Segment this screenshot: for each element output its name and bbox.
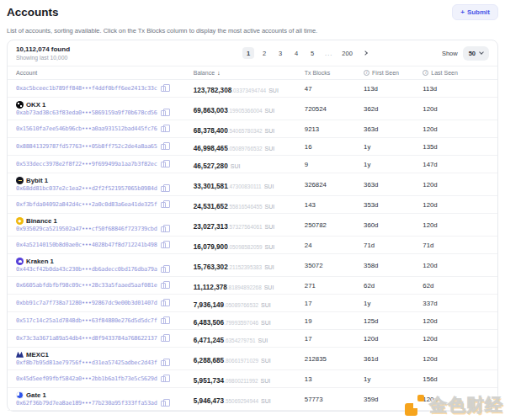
table-row[interactable]: MEXC1 0xf8b7b95d81ae79756f•••d31ea57425a…: [8, 348, 497, 370]
account-address-link[interactable]: 0x443cf42b0da43c230b•••db6adecc0bd176dba…: [16, 266, 157, 273]
balance-cell: 6,483,506.79993597046SUI: [194, 313, 305, 328]
account-cell: OKX 1 0xab73ad38c63f83eda0•••5869159a9f7…: [16, 101, 194, 117]
copy-icon[interactable]: [161, 144, 166, 150]
page-size-dropdown[interactable]: 50: [463, 46, 489, 61]
account-address-link[interactable]: 0x62f36b79d7ea8ae189•••77b230a95f333ffa5…: [16, 400, 157, 407]
copy-icon[interactable]: [161, 242, 166, 248]
table-row[interactable]: OKX 1 0xab73ad38c63f83eda0•••5869159a9f7…: [8, 98, 497, 120]
copy-icon[interactable]: [161, 86, 166, 92]
copy-icon[interactable]: [161, 162, 166, 167]
stats-bar: 10,112,074 found Showing last 10,000 1 2…: [8, 40, 497, 66]
copy-icon[interactable]: [161, 336, 166, 342]
tx-blocks-cell: 212835: [305, 355, 364, 363]
copy-icon[interactable]: [161, 401, 166, 407]
account-address-link[interactable]: 0x88841329787fd57763•••05b8ff752c2de4a8a…: [16, 143, 157, 150]
account-cell: 0xac5bceec1b789ff848•••f4ddf0bff6ee2413c…: [16, 85, 194, 92]
tx-blocks-cell: 250782: [305, 221, 364, 229]
account-address-row: 0x73c3a3671a89a54db4•••d8f9433784a768622…: [16, 335, 194, 342]
account-address-link[interactable]: 0xf8b7b95d81ae79756f•••d31ea57425adbec2d…: [16, 359, 157, 366]
account-address-link[interactable]: 0xac5bceec1b789ff848•••f4ddf0bff6ee2413c…: [16, 85, 157, 92]
table-row[interactable]: 0x517c14c25a1d7848db•••63f84880e276d5d5d…: [8, 312, 497, 330]
pagination-page[interactable]: 5: [306, 47, 318, 59]
copy-icon[interactable]: [161, 226, 166, 232]
table-row[interactable]: Binance 1 0x935029ca5219502a47•••cf50f68…: [8, 214, 497, 237]
first-seen-cell: 1y: [364, 375, 423, 383]
account-address-link[interactable]: 0x68dd81bc037e2c1ea2•••d2f2f521957065b09…: [16, 185, 157, 192]
balance-unit: SUI: [265, 146, 275, 152]
first-seen-column-header: i First Seen: [364, 70, 423, 76]
tx-blocks-cell: 13: [305, 375, 364, 383]
first-seen-cell: 360d: [364, 221, 423, 229]
account-cell: 0x45d5eef09fbf5842a0•••2bb1b6a1fb73e5c56…: [16, 375, 194, 382]
results-summary: 10,112,074 found Showing last 10,000: [16, 45, 172, 61]
copy-icon[interactable]: [161, 300, 166, 306]
account-address-link[interactable]: 0xab73ad38c63f83eda0•••5869159a9f70b678c…: [16, 109, 157, 116]
table-row[interactable]: 0x15610fa7ee546b96cb•••a0aa931512bad445f…: [8, 120, 497, 138]
last-seen-cell: 135d: [423, 143, 489, 151]
pagination-page[interactable]: 2: [258, 47, 270, 59]
first-seen-cell: 361d: [364, 355, 423, 363]
account-address-link[interactable]: 0x517c14c25a1d7848db•••63f84880e276d5d5d…: [16, 317, 157, 324]
tx-blocks-cell: 271: [305, 282, 364, 290]
copy-icon[interactable]: [161, 126, 166, 132]
balance-column-header[interactable]: Balance ↓: [194, 69, 305, 77]
exchange-icon: [16, 351, 24, 359]
account-address-link[interactable]: 0x45d5eef09fbf5842a0•••2bb1b6a1fb73e5c56…: [16, 375, 157, 382]
copy-icon[interactable]: [161, 186, 166, 192]
account-address-row: 0xbb91c7a7f738a71280•••92867dc9e00b3d014…: [16, 300, 194, 306]
tx-blocks-cell: 17: [305, 300, 364, 307]
pagination-page[interactable]: 4: [290, 47, 302, 59]
copy-icon[interactable]: [161, 267, 166, 273]
last-seen-cell: 120d: [423, 317, 489, 325]
account-cell: Bybit 1 0x68dd81bc037e2c1ea2•••d2f2f5219…: [16, 177, 194, 193]
account-address-link[interactable]: 0x6605abfdbfbf98c09c•••28c33a5faaed5aaf0…: [16, 282, 157, 289]
pagination-page[interactable]: 3: [274, 47, 286, 59]
exchange-name: Kraken 1: [26, 258, 54, 265]
submit-button[interactable]: + Submit: [452, 4, 498, 20]
sort-desc-icon[interactable]: ↓: [217, 69, 221, 77]
copy-icon[interactable]: [161, 110, 166, 116]
table-row[interactable]: 0x88841329787fd57763•••05b8ff752c2de4a8a…: [8, 138, 497, 156]
table-row[interactable]: Bybit 1 0x68dd81bc037e2c1ea2•••d2f2f5219…: [8, 173, 497, 196]
copy-icon[interactable]: [161, 376, 166, 382]
account-label: MEXC1: [16, 351, 194, 359]
account-address-link[interactable]: 0xf3bfda04092a842d4c•••2a0c0d83a6ea41de3…: [16, 201, 157, 208]
table-row[interactable]: 0x4a52140150b8d0ae0c•••4028b47f8d712241b…: [8, 237, 497, 254]
copy-icon[interactable]: [161, 202, 166, 208]
tx-blocks-column-header[interactable]: Tx Blocks: [305, 70, 364, 76]
copy-icon[interactable]: [161, 318, 166, 324]
account-address-link[interactable]: 0x935029ca5219502a47•••cf50f68846f723739…: [16, 226, 157, 232]
balance-integer: 68,378,400: [194, 127, 228, 135]
table-row[interactable]: Kraken 1 0x443cf42b0da43c230b•••db6adecc…: [8, 254, 497, 277]
balance-cell: 46,998,465.05089766532SUI: [194, 139, 305, 154]
exchange-icon: [16, 258, 24, 265]
table-row[interactable]: 0xf3bfda04092a842d4c•••2a0c0d83a6ea41de3…: [8, 196, 497, 214]
account-address-link[interactable]: 0x73c3a3671a89a54db4•••d8f9433784a768622…: [16, 335, 157, 342]
table-row[interactable]: 0xac5bceec1b789ff848•••f4ddf0bff6ee2413c…: [8, 80, 497, 98]
account-address-link[interactable]: 0x4a52140150b8d0ae0c•••4028b47f8d712241b…: [16, 242, 157, 248]
table-row[interactable]: Gate 1 0x62f36b79d7ea8ae189•••77b230a95f…: [8, 388, 497, 411]
info-icon[interactable]: i: [423, 70, 428, 76]
table-row[interactable]: 0x6605abfdbfbf98c09c•••28c33a5faaed5aaf0…: [8, 277, 497, 295]
pagination-last-page[interactable]: 200: [339, 47, 355, 59]
last-seen-cell: 120d: [423, 221, 489, 229]
info-icon[interactable]: i: [364, 70, 369, 76]
account-address-link[interactable]: 0x533decc3978e2f8f22•••9f699499a1aa7b3f8…: [16, 161, 157, 167]
tx-blocks-cell: 19: [305, 317, 364, 325]
account-address-link[interactable]: 0x15610fa7ee546b96cb•••a0aa931512bad445f…: [16, 125, 157, 132]
pagination-page[interactable]: 1: [242, 47, 254, 59]
copy-icon[interactable]: [161, 283, 166, 289]
pagination-next-button[interactable]: [359, 47, 371, 59]
account-address-row: 0x88841329787fd57763•••05b8ff752c2de4a8a…: [16, 143, 194, 150]
account-label: Bybit 1: [16, 177, 194, 184]
copy-icon[interactable]: [161, 360, 166, 366]
account-address-link[interactable]: 0xbb91c7a7f738a71280•••92867dc9e00b3d014…: [16, 300, 157, 306]
table-row[interactable]: 0x533decc3978e2f8f22•••9f699499a1aa7b3f8…: [8, 156, 497, 173]
balance-integer: 16,079,900: [194, 243, 228, 251]
last-seen-cell: 120d: [423, 396, 489, 403]
table-row[interactable]: 0x73c3a3671a89a54db4•••d8f9433784a768622…: [8, 330, 497, 348]
table-row[interactable]: 0x45d5eef09fbf5842a0•••2bb1b6a1fb73e5c56…: [8, 370, 497, 388]
table-row[interactable]: 0xbb91c7a7f738a71280•••92867dc9e00b3d014…: [8, 295, 497, 312]
account-address-row: 0x6605abfdbfbf98c09c•••28c33a5faaed5aaf0…: [16, 282, 194, 289]
last-seen-cell: 62d: [423, 282, 489, 290]
